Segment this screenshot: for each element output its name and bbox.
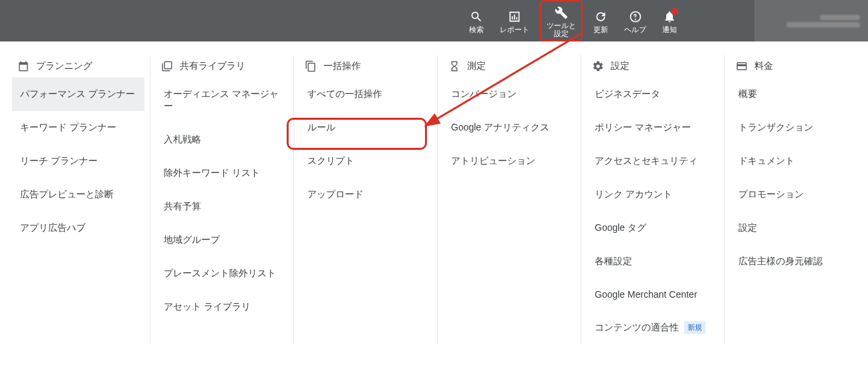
search-label: 検索 [469, 25, 484, 33]
column-setup: 設定 ビジネスデータ ポリシー マネージャー アクセスとセキュリティ リンク ア… [581, 55, 725, 345]
help-label: ヘルプ [624, 25, 646, 33]
tools-settings-button[interactable]: ツールと 設定 [540, 0, 583, 41]
gear-icon [592, 60, 604, 72]
menu-negative-keywords[interactable]: 除外キーワード リスト [156, 157, 288, 190]
report-label: レポート [500, 25, 529, 33]
refresh-label: 更新 [593, 25, 608, 33]
bulk-header: 一括操作 [299, 55, 432, 78]
library-icon [161, 60, 173, 72]
calendar-icon [17, 60, 29, 72]
column-shared-library: 共有ライブラリ オーディエンス マネージャー 入札戦略 除外キーワード リスト … [150, 55, 294, 345]
column-measurement: 測定 コンバージョン Google アナリティクス アトリビューション [438, 55, 581, 345]
menu-asset-library[interactable]: アセット ライブラリ [156, 290, 288, 324]
refresh-icon [594, 9, 607, 24]
notifications-label: 通知 [662, 25, 677, 33]
menu-summary[interactable]: 概要 [730, 78, 863, 111]
menu-keyword-planner[interactable]: キーワード プランナー [12, 111, 144, 145]
menu-google-tag[interactable]: Google タグ [587, 211, 719, 245]
menu-conversions[interactable]: コンバージョン [443, 78, 575, 111]
column-bulk-actions: 一括操作 すべての一括操作 ルール スクリプト アップロード [294, 55, 438, 345]
measure-header: 測定 [443, 55, 575, 78]
planning-header: プランニング [12, 55, 144, 78]
menu-preferences[interactable]: 各種設定 [587, 245, 719, 278]
report-icon [508, 9, 521, 24]
menu-audience-manager[interactable]: オーディエンス マネージャー [156, 78, 288, 123]
tools-label: ツールと 設定 [547, 21, 576, 37]
search-icon [470, 9, 483, 24]
menu-reach-planner[interactable]: リーチ プランナー [12, 145, 144, 178]
menu-promotions[interactable]: プロモーション [730, 178, 863, 211]
column-billing: 料金 概要 トランザクション ドキュメント プロモーション 設定 広告主様の身元… [725, 55, 868, 345]
wrench-icon [555, 5, 568, 20]
menu-all-bulk-actions[interactable]: すべての一括操作 [299, 78, 432, 111]
account-area[interactable] [754, 0, 868, 41]
shared-header-label: 共有ライブラリ [180, 60, 245, 72]
menu-linked-accounts[interactable]: リンク アカウント [587, 178, 719, 211]
menu-documents[interactable]: ドキュメント [730, 145, 863, 178]
notification-badge-icon [672, 8, 678, 15]
menu-content-suitability[interactable]: コンテンツの適合性 新規 [587, 310, 719, 345]
report-button[interactable]: レポート [494, 5, 535, 36]
menu-policy-manager[interactable]: ポリシー マネージャー [587, 111, 719, 145]
search-button[interactable]: 検索 [464, 5, 489, 36]
menu-performance-planner[interactable]: パフォーマンス プランナー [12, 78, 144, 111]
shared-header: 共有ライブラリ [156, 55, 288, 78]
menu-advertiser-verification[interactable]: 広告主様の身元確認 [730, 245, 863, 278]
top-navigation-bar: 検索 レポート ツールと 設定 更新 ヘルプ 通知 [0, 0, 868, 41]
menu-placement-exclusion[interactable]: プレースメント除外リスト [156, 257, 288, 290]
menu-scripts[interactable]: スクリプト [299, 145, 432, 178]
measure-header-label: 測定 [467, 60, 486, 72]
help-button[interactable]: ヘルプ [619, 5, 652, 36]
menu-bid-strategies[interactable]: 入札戦略 [156, 123, 288, 157]
new-badge: 新規 [684, 321, 706, 334]
notifications-button[interactable]: 通知 [657, 5, 682, 36]
setup-header-label: 設定 [611, 60, 629, 72]
billing-header: 料金 [730, 55, 863, 78]
menu-app-ads-hub[interactable]: アプリ広告ハブ [12, 211, 144, 245]
menu-shared-budgets[interactable]: 共有予算 [156, 190, 288, 223]
billing-header-label: 料金 [754, 60, 773, 72]
account-info-redacted [773, 13, 860, 29]
menu-transactions[interactable]: トランザクション [730, 111, 863, 145]
menu-merchant-center[interactable]: Google Merchant Center [587, 278, 719, 310]
menu-attribution[interactable]: アトリビューション [443, 145, 575, 178]
refresh-button[interactable]: 更新 [588, 5, 613, 36]
menu-location-groups[interactable]: 地域グループ [156, 223, 288, 257]
menu-google-analytics[interactable]: Google アナリティクス [443, 111, 575, 145]
card-icon [736, 60, 748, 72]
copy-icon [305, 60, 317, 72]
menu-access-security[interactable]: アクセスとセキュリティ [587, 145, 719, 178]
menu-rules[interactable]: ルール [299, 111, 432, 145]
planning-header-label: プランニング [36, 60, 92, 72]
bulk-header-label: 一括操作 [323, 60, 361, 72]
column-planning: プランニング パフォーマンス プランナー キーワード プランナー リーチ プラン… [7, 55, 150, 345]
help-icon [629, 9, 642, 24]
menu-billing-settings[interactable]: 設定 [730, 211, 863, 245]
menu-business-data[interactable]: ビジネスデータ [587, 78, 719, 111]
hourglass-icon [448, 60, 460, 72]
menu-ad-preview[interactable]: 広告プレビューと診断 [12, 178, 144, 211]
tools-dropdown-panel: プランニング パフォーマンス プランナー キーワード プランナー リーチ プラン… [0, 41, 868, 358]
menu-uploads[interactable]: アップロード [299, 178, 432, 211]
setup-header: 設定 [587, 55, 719, 78]
